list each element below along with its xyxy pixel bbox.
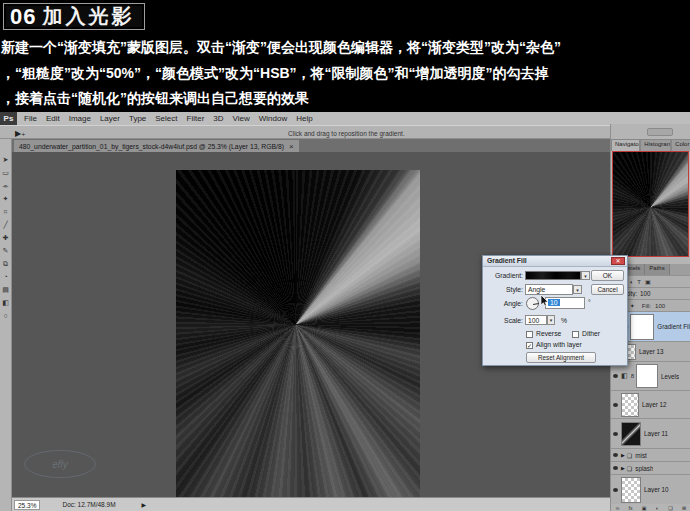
cancel-button[interactable]: Cancel [591,284,624,295]
layer-mask-thumbnail[interactable] [630,314,654,340]
lock-all-icon[interactable]: ✦ [630,302,635,309]
gradient-dropdown-arrow-icon[interactable]: ▾ [581,271,590,280]
filter-adjustment-icon[interactable]: ◐ [630,279,634,285]
tool-move-icon[interactable]: ➤ [3,153,9,166]
style-dropdown-arrow-icon[interactable]: ▾ [573,285,582,294]
menu-type[interactable]: Type [129,114,146,123]
zoom-level-field[interactable]: 25.3% [14,500,40,510]
reverse-checkbox[interactable]: Reverse [526,330,561,338]
tool-brush-icon[interactable]: ✎ [3,244,9,257]
add-mask-icon[interactable]: ▣ [642,505,647,511]
layer-name[interactable]: Layer 11 [644,430,668,437]
angle-dial-needle [533,303,539,305]
dialog-title[interactable]: Gradient Fill [483,256,627,267]
tool-healing-icon[interactable]: ✚ [3,231,9,244]
group-expand-icon[interactable]: ▶ [621,465,625,471]
status-menu-arrow-icon[interactable]: ▶ [142,501,147,508]
align-checkbox-box[interactable]: ✓ [526,342,533,349]
dither-checkbox-box[interactable] [572,331,579,338]
reverse-checkbox-box[interactable] [526,331,533,338]
gradient-label: Gradient: [487,272,523,279]
reset-alignment-button[interactable]: Reset Alignment [526,352,596,363]
menu-edit[interactable]: Edit [46,114,60,123]
layer-row-11[interactable]: Layer 11 [611,418,690,448]
menu-view[interactable]: View [233,114,250,123]
layer-name[interactable]: Layer 10 [644,486,669,493]
group-row-splash[interactable]: ▶ ❏ splash [611,461,690,474]
layer-name[interactable]: Levels [661,373,679,380]
menu-window[interactable]: Window [259,114,287,123]
scale-dropdown-arrow-icon[interactable]: ▾ [547,315,555,325]
layer-name[interactable]: Layer 13 [639,348,664,355]
tool-eyedropper-icon[interactable]: ╱ [3,218,7,231]
visibility-eye-icon[interactable] [613,432,618,436]
tab-color[interactable]: Color [671,139,690,151]
layer-name[interactable]: Gradient Fill [657,323,690,330]
ok-button[interactable]: OK [591,270,624,281]
layer-style-icon[interactable]: fx [629,505,633,511]
angle-input[interactable]: 10 [545,297,585,309]
filter-shape-icon[interactable]: ▣ [645,278,651,285]
mask-link-icon[interactable]: 8 [631,373,634,379]
visibility-eye-icon[interactable] [613,403,618,407]
menu-filter[interactable]: Filter [187,114,205,123]
menu-layer[interactable]: Layer [100,114,120,123]
menu-select[interactable]: Select [155,114,177,123]
adjustment-layer-icon[interactable]: ◐ [656,505,659,511]
style-dropdown[interactable]: Angle [525,284,573,295]
tool-clone-stamp-icon[interactable]: ⧉ [3,257,8,270]
tool-gradient-icon[interactable]: ◧ [2,296,9,309]
menu-image[interactable]: Image [69,114,91,123]
scale-input[interactable]: 100 [525,315,547,325]
group-name[interactable]: mist [635,452,647,459]
document-close-icon[interactable]: × [289,142,294,151]
visibility-eye-icon[interactable] [613,488,618,492]
link-layers-icon[interactable]: ∞ [616,505,620,511]
layer-thumbnail[interactable] [621,393,639,417]
new-layer-icon[interactable]: ⊞ [682,505,686,511]
dialog-close-icon[interactable]: ✕ [611,257,625,265]
document-tab[interactable]: 480_underwater_partition_01_by_tigers_st… [14,140,299,152]
instruction-line-1: 新建一个“渐变填充”蒙版图层。双击“渐变”便会出现颜色编辑器，将“渐变类型”改为… [1,35,689,61]
tool-marquee-icon[interactable]: ▭ [2,166,9,179]
layer-mask-thumbnail[interactable] [636,364,658,388]
group-name[interactable]: splash [635,465,653,472]
tool-history-brush-icon[interactable]: ◔ [3,270,7,283]
menu-file[interactable]: File [24,114,37,123]
visibility-eye-icon[interactable] [613,453,618,457]
visibility-eye-icon[interactable] [613,374,618,378]
gradient-tool-icon[interactable]: ▶₊ [15,129,25,138]
gradient-preview-swatch[interactable] [525,271,581,280]
tab-paths[interactable]: Paths [645,264,669,275]
angle-dial[interactable] [526,297,539,310]
new-group-icon[interactable]: ❏ [668,505,672,511]
group-expand-icon[interactable]: ▶ [621,452,625,458]
dither-label: Dither [582,330,600,337]
filter-type-icon[interactable]: T [637,279,641,285]
levels-adjustment-icon[interactable]: ◧ [621,372,628,380]
collapse-panels-button[interactable] [647,128,673,136]
tool-lasso-icon[interactable]: ⌯ [3,179,9,192]
layer-name[interactable]: Layer 12 [642,401,667,408]
layer-row-10[interactable]: Layer 10 [611,474,690,504]
tool-crop-icon[interactable]: ⌗ [4,205,8,218]
menu-help[interactable]: Help [296,114,312,123]
visibility-eye-icon[interactable] [613,466,618,470]
tool-blur-icon[interactable]: ○ [3,309,7,322]
tab-histogram[interactable]: Histogram [640,139,671,151]
navigator-preview[interactable] [612,151,689,257]
layer-thumbnail[interactable] [621,422,641,446]
align-checkbox[interactable]: ✓Align with layer [526,341,582,349]
tab-navigator[interactable]: Navigator [611,139,640,151]
tool-eraser-icon[interactable]: ▤ [2,283,9,296]
menu-3d[interactable]: 3D [213,114,223,123]
layer-row-12[interactable]: Layer 12 [611,390,690,418]
photoshop-window: Ps File Edit Image Layer Type Select Fil… [0,112,690,511]
fill-value[interactable]: 100 [655,303,665,309]
tool-quick-select-icon[interactable]: ✦ [3,192,9,205]
group-row-mist[interactable]: ▶ ❏ mist [611,448,690,461]
document-image-angle-gradient[interactable] [176,170,420,497]
opacity-value[interactable]: 100 [640,290,651,297]
dither-checkbox[interactable]: Dither [572,330,600,338]
layer-thumbnail[interactable] [621,477,641,503]
